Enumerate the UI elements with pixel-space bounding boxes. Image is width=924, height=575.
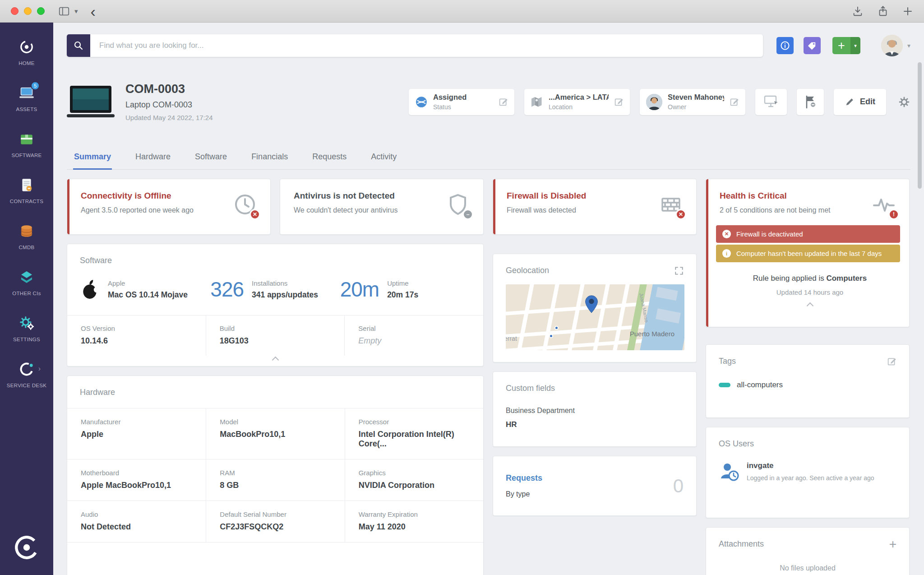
home-gauge-icon	[19, 39, 34, 55]
business-department-label: Business Department	[506, 407, 684, 415]
hardware-card-title: Hardware	[80, 388, 115, 397]
other-cis-layers-icon	[19, 269, 34, 285]
status-chip[interactable]: Assigned Status	[409, 89, 514, 115]
attachments-empty-text: No files uploaded	[706, 564, 909, 572]
owner-chip[interactable]: Steven Mahoney Owner	[640, 89, 745, 115]
software-card-title: Software	[80, 256, 112, 265]
manufacturer-field: Manufacturer Apple	[67, 408, 206, 459]
edit-location-icon[interactable]	[614, 97, 624, 107]
sidebar-label-contracts: CONTRACTS	[8, 198, 45, 205]
map[interactable]: Puerto Madero Juana Manso errat	[506, 284, 684, 350]
back-icon[interactable]: ‹	[91, 2, 96, 20]
avatar[interactable]	[881, 35, 903, 56]
sidebar-item-contracts[interactable]: CONTRACTS	[0, 177, 53, 205]
motherboard-field: Motherboard Apple MacBookPro10,1	[67, 459, 206, 501]
tags-card-title: Tags	[719, 357, 736, 366]
tab-software[interactable]: Software	[194, 147, 228, 169]
search-input[interactable]	[90, 34, 763, 57]
expand-map-icon[interactable]	[675, 266, 684, 275]
add-attachment-icon[interactable]: +	[889, 540, 896, 549]
map-pin-icon	[584, 295, 599, 314]
edit-button[interactable]: Edit	[834, 89, 886, 115]
geolocation-card-title: Geolocation	[506, 266, 549, 275]
sidebar-label-cmdb: CMDB	[17, 244, 36, 251]
announcements-button[interactable]	[776, 37, 794, 54]
os-version-field: OS Version 10.14.6	[67, 315, 206, 356]
edit-status-icon[interactable]	[499, 97, 508, 107]
sidebar-item-software[interactable]: SOFTWARE	[0, 131, 53, 159]
sidebar-toggle-caret-icon[interactable]: ▾	[74, 7, 78, 15]
scrollbar[interactable]	[918, 62, 922, 189]
close-window-button[interactable]	[11, 7, 18, 15]
health-warning-badge-icon: !	[888, 209, 899, 220]
tab-summary[interactable]: Summary	[73, 147, 112, 169]
sidebar-item-cmdb[interactable]: CMDB	[0, 223, 53, 251]
sidebar-item-service-desk[interactable]: › SERVICE DESK	[0, 361, 53, 389]
tag-item[interactable]: all-computers	[719, 380, 896, 390]
apple-logo-icon	[81, 279, 100, 300]
health-banner-update: i Computer hasn't been updated in the la…	[716, 245, 900, 262]
user-menu[interactable]: ▾	[881, 35, 910, 56]
edit-tags-icon[interactable]	[887, 357, 896, 366]
os-users-title: OS Users	[719, 439, 754, 449]
zoom-window-button[interactable]	[37, 7, 45, 15]
business-department-value: HR	[506, 420, 684, 429]
asset-subtitle: Laptop COM-0003	[125, 100, 213, 110]
tab-requests[interactable]: Requests	[311, 147, 347, 169]
user-menu-caret-icon[interactable]: ▾	[907, 42, 910, 49]
health-card: Health is Critical 2 of 5 conditions are…	[706, 179, 910, 327]
summary-content: Connectivity is Offline Agent 3.5.0 repo…	[67, 179, 910, 575]
requests-title-link[interactable]: Requests	[506, 473, 542, 483]
minimize-window-button[interactable]	[24, 7, 32, 15]
new-tab-icon[interactable]	[902, 6, 913, 17]
flag-button[interactable]	[797, 89, 824, 115]
invgate-logo	[0, 533, 53, 561]
plus-icon[interactable]: +	[832, 37, 850, 54]
os-stat: Apple Mac OS 10.14 Mojave	[81, 279, 210, 300]
attachments-title: Attachments	[719, 539, 764, 549]
tags-button[interactable]	[804, 37, 821, 54]
custom-fields-title: Custom fields	[506, 384, 555, 393]
tab-activity[interactable]: Activity	[370, 147, 397, 169]
asset-settings-gear-icon[interactable]	[898, 96, 910, 108]
sidebar-item-other-cis[interactable]: OTHER CIs	[0, 269, 53, 297]
uptime-sub: 20m 17s	[387, 290, 418, 300]
processor-field: Processor Intel Corporation Intel(R) Cor…	[345, 408, 483, 459]
collapse-software-icon[interactable]	[272, 357, 279, 364]
software-box-icon	[19, 131, 34, 147]
edit-button-label: Edit	[860, 97, 875, 107]
asset-header: COM-0003 Laptop COM-0003 Updated May 24 …	[67, 82, 910, 121]
asset-updated: Updated May 24 2022, 17:24	[125, 114, 213, 121]
tab-financials[interactable]: Financials	[250, 147, 289, 169]
default-serial-field: Default Serial Number CF2J3FSQCKQ2	[206, 501, 344, 543]
tab-bar: Summary Hardware Software Financials Req…	[67, 147, 910, 170]
remote-session-button[interactable]	[755, 89, 787, 115]
collapse-health-icon[interactable]	[806, 302, 813, 310]
antivirus-shield-icon: –	[446, 193, 471, 218]
status-label: Status	[433, 103, 493, 111]
location-value: ...America > LATA	[549, 93, 609, 102]
sidebar-label-settings: SETTINGS	[11, 336, 42, 343]
add-caret-icon[interactable]: ▾	[850, 37, 860, 54]
add-button[interactable]: + ▾	[832, 37, 860, 54]
custom-fields-card: Custom fields Business Department HR	[493, 371, 697, 447]
firewall-alert-subtitle: Firewall was detected	[507, 206, 642, 214]
edit-owner-icon[interactable]	[730, 97, 739, 107]
sidebar-toggle-icon[interactable]	[58, 5, 70, 17]
location-map-icon	[531, 96, 543, 108]
share-icon[interactable]	[877, 5, 889, 17]
map-area-label: Puerto Madero	[630, 330, 675, 338]
sidebar-item-home[interactable]: HOME	[0, 39, 53, 67]
owner-label: Owner	[668, 103, 724, 111]
window-titlebar: ▾ ‹	[0, 0, 924, 23]
download-icon[interactable]	[852, 5, 864, 17]
location-chip[interactable]: ...America > LATA Location	[524, 89, 630, 115]
os-user-clock-icon	[719, 461, 739, 482]
installations-count: 326	[210, 277, 244, 301]
sidebar-label-home: HOME	[17, 60, 37, 67]
sidebar-item-assets[interactable]: 5 ASSETS	[0, 85, 53, 113]
tab-hardware[interactable]: Hardware	[134, 147, 171, 169]
search-icon[interactable]	[67, 34, 90, 57]
build-label: Build	[220, 325, 331, 332]
sidebar-item-settings[interactable]: SETTINGS	[0, 315, 53, 343]
